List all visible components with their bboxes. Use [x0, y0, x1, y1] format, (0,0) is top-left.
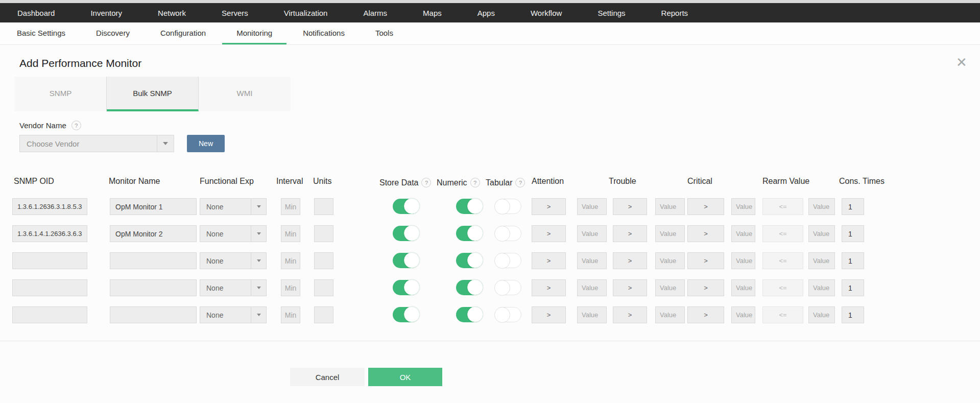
help-icon[interactable]: ? — [421, 178, 431, 187]
top-nav-item-virtualization[interactable]: Virtualization — [270, 3, 342, 22]
rearm-value-input[interactable] — [808, 279, 835, 296]
sub-nav-item-configuration[interactable]: Configuration — [146, 22, 220, 44]
tabular-toggle[interactable] — [495, 307, 521, 322]
attention-value-input[interactable] — [577, 198, 607, 215]
functional-exp-select[interactable]: None — [200, 306, 267, 323]
trouble-operator-select[interactable]: > — [613, 279, 647, 296]
critical-value-input[interactable] — [731, 225, 755, 242]
top-nav-item-reports[interactable]: Reports — [648, 3, 702, 22]
tabular-toggle[interactable] — [495, 280, 521, 295]
store-data-toggle[interactable] — [393, 253, 419, 268]
trouble-operator-select[interactable]: > — [613, 198, 647, 215]
critical-value-input[interactable] — [731, 279, 755, 296]
top-nav-item-inventory[interactable]: Inventory — [77, 3, 136, 22]
functional-exp-select[interactable]: None — [200, 225, 267, 242]
snmp-oid-input[interactable] — [12, 198, 87, 215]
store-data-toggle[interactable] — [393, 307, 419, 322]
attention-value-input[interactable] — [577, 279, 607, 296]
critical-operator-select[interactable]: > — [687, 252, 724, 269]
units-input[interactable] — [314, 225, 333, 242]
rearm-operator-select[interactable]: <= — [762, 306, 803, 323]
trouble-operator-select[interactable]: > — [613, 252, 647, 269]
units-input[interactable] — [314, 306, 333, 323]
numeric-toggle[interactable] — [456, 199, 483, 214]
cons-times-input[interactable] — [842, 225, 864, 242]
store-data-toggle[interactable] — [393, 199, 419, 214]
cons-times-input[interactable] — [842, 252, 864, 269]
trouble-value-input[interactable] — [655, 306, 685, 323]
critical-value-input[interactable] — [731, 252, 755, 269]
attention-operator-select[interactable]: > — [532, 252, 566, 269]
rearm-operator-select[interactable]: <= — [762, 252, 803, 269]
attention-value-input[interactable] — [577, 306, 607, 323]
help-icon[interactable]: ? — [470, 178, 480, 187]
help-icon[interactable]: ? — [71, 121, 81, 130]
interval-input[interactable] — [281, 198, 300, 215]
help-icon[interactable]: ? — [515, 178, 525, 187]
critical-operator-select[interactable]: > — [687, 198, 724, 215]
monitor-name-input[interactable] — [110, 306, 197, 323]
monitor-name-input[interactable] — [110, 279, 197, 296]
top-nav-item-network[interactable]: Network — [144, 3, 200, 22]
top-nav-item-servers[interactable]: Servers — [208, 3, 262, 22]
rearm-operator-select[interactable]: <= — [762, 198, 803, 215]
functional-exp-select[interactable]: None — [200, 252, 267, 269]
rearm-operator-select[interactable]: <= — [762, 279, 803, 296]
critical-value-input[interactable] — [731, 198, 755, 215]
functional-exp-select[interactable]: None — [200, 279, 267, 296]
top-nav-item-maps[interactable]: Maps — [409, 3, 456, 22]
snmp-oid-input[interactable] — [12, 252, 87, 269]
sub-nav-item-discovery[interactable]: Discovery — [82, 22, 144, 44]
cons-times-input[interactable] — [842, 279, 864, 296]
attention-operator-select[interactable]: > — [532, 198, 566, 215]
units-input[interactable] — [314, 279, 333, 296]
trouble-value-input[interactable] — [655, 225, 685, 242]
snmp-oid-input[interactable] — [12, 225, 87, 242]
sub-nav-item-notifications[interactable]: Notifications — [289, 22, 359, 44]
tab-wmi[interactable]: WMI — [199, 77, 291, 111]
close-icon[interactable]: ✕ — [952, 53, 971, 72]
numeric-toggle[interactable] — [456, 226, 483, 241]
top-nav-item-apps[interactable]: Apps — [464, 3, 509, 22]
tabular-toggle[interactable] — [495, 253, 521, 268]
rearm-value-input[interactable] — [808, 198, 835, 215]
trouble-operator-select[interactable]: > — [613, 306, 647, 323]
monitor-name-input[interactable] — [110, 198, 197, 215]
cons-times-input[interactable] — [842, 198, 864, 215]
ok-button[interactable]: OK — [368, 368, 442, 386]
numeric-toggle[interactable] — [456, 253, 483, 268]
rearm-value-input[interactable] — [808, 252, 835, 269]
rearm-value-input[interactable] — [808, 225, 835, 242]
trouble-value-input[interactable] — [655, 252, 685, 269]
numeric-toggle[interactable] — [456, 307, 483, 322]
trouble-value-input[interactable] — [655, 198, 685, 215]
sub-nav-item-tools[interactable]: Tools — [361, 22, 408, 44]
attention-operator-select[interactable]: > — [532, 306, 566, 323]
units-input[interactable] — [314, 198, 333, 215]
functional-exp-select[interactable]: None — [200, 198, 267, 215]
attention-operator-select[interactable]: > — [532, 279, 566, 296]
rearm-value-input[interactable] — [808, 306, 835, 323]
vendor-select[interactable]: Choose Vendor — [19, 135, 174, 152]
trouble-value-input[interactable] — [655, 279, 685, 296]
tabular-toggle[interactable] — [495, 226, 521, 241]
store-data-toggle[interactable] — [393, 226, 419, 241]
tab-snmp[interactable]: SNMP — [15, 77, 107, 111]
rearm-operator-select[interactable]: <= — [762, 225, 803, 242]
sub-nav-item-monitoring[interactable]: Monitoring — [222, 22, 286, 44]
attention-value-input[interactable] — [577, 225, 607, 242]
new-vendor-button[interactable]: New — [187, 135, 225, 152]
critical-operator-select[interactable]: > — [687, 225, 724, 242]
critical-value-input[interactable] — [731, 306, 755, 323]
top-nav-item-workflow[interactable]: Workflow — [517, 3, 576, 22]
snmp-oid-input[interactable] — [12, 279, 87, 296]
numeric-toggle[interactable] — [456, 280, 483, 295]
attention-value-input[interactable] — [577, 252, 607, 269]
units-input[interactable] — [314, 252, 333, 269]
snmp-oid-input[interactable] — [12, 306, 87, 323]
critical-operator-select[interactable]: > — [687, 306, 724, 323]
tabular-toggle[interactable] — [495, 199, 521, 214]
interval-input[interactable] — [281, 252, 300, 269]
monitor-name-input[interactable] — [110, 252, 197, 269]
interval-input[interactable] — [281, 306, 300, 323]
